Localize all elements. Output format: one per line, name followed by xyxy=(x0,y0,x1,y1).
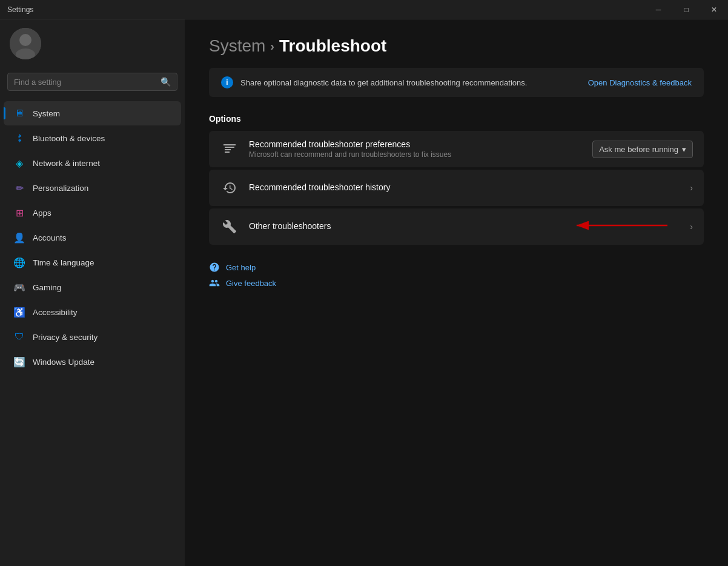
accounts-icon: 👤 xyxy=(13,231,25,244)
footer-links: Get help Give feedback xyxy=(185,247,728,303)
sidebar-item-time[interactable]: 🌐 Time & language xyxy=(4,250,181,275)
recommended-history-icon xyxy=(220,178,239,198)
info-icon: i xyxy=(221,76,233,88)
other-troubleshooters-icon xyxy=(220,217,239,236)
gaming-icon: 🎮 xyxy=(13,281,25,293)
settings-title: Settings xyxy=(7,5,33,14)
sidebar-item-label: Bluetooth & devices xyxy=(33,134,105,143)
titlebar-left: Settings xyxy=(7,5,33,14)
accessibility-icon: ♿ xyxy=(13,306,25,318)
breadcrumb: System › Troubleshoot xyxy=(209,36,704,56)
sidebar: 🔍 🖥 System Bluetooth & devices xyxy=(0,19,185,566)
sidebar-item-label: Time & language xyxy=(33,258,94,267)
sidebar-nav: 🖥 System Bluetooth & devices ◈ Network &… xyxy=(0,98,185,566)
sidebar-item-apps[interactable]: ⊞ Apps xyxy=(4,201,181,225)
time-icon: 🌐 xyxy=(13,256,25,268)
give-feedback-link[interactable]: Give feedback xyxy=(209,278,704,288)
dropdown-chevron-icon: ▾ xyxy=(682,145,686,154)
titlebar-controls: ─ □ ✕ xyxy=(644,0,728,19)
sidebar-item-gaming[interactable]: 🎮 Gaming xyxy=(4,275,181,299)
get-help-icon xyxy=(209,262,220,273)
option-text-other-troubleshooters: Other troubleshooters xyxy=(249,221,680,232)
apps-icon: ⊞ xyxy=(13,207,25,219)
breadcrumb-separator: › xyxy=(270,39,274,53)
recommended-prefs-icon xyxy=(220,139,239,159)
sidebar-item-label: Windows Update xyxy=(33,358,94,367)
option-card-recommended-history[interactable]: Recommended troubleshooter history › xyxy=(209,170,704,206)
option-right-history: › xyxy=(690,183,693,193)
sidebar-item-label: Apps xyxy=(33,208,51,218)
search-box[interactable]: 🔍 xyxy=(7,73,177,91)
option-text-recommended-history: Recommended troubleshooter history xyxy=(249,182,680,193)
titlebar: Settings ─ □ ✕ xyxy=(0,0,728,19)
breadcrumb-parent[interactable]: System xyxy=(209,36,265,56)
dropdown-text: Ask me before running xyxy=(599,145,678,154)
option-title: Recommended troubleshooter history xyxy=(249,182,680,192)
info-banner: i Share optional diagnostic data to get … xyxy=(209,68,704,97)
chevron-right-icon: › xyxy=(690,222,693,231)
breadcrumb-current: Troubleshoot xyxy=(279,36,386,56)
search-icon: 🔍 xyxy=(160,77,171,87)
main-content: System › Troubleshoot i Share optional d… xyxy=(185,19,728,566)
sidebar-item-accessibility[interactable]: ♿ Accessibility xyxy=(4,300,181,324)
section-label: Options xyxy=(185,109,728,131)
option-right: Ask me before running ▾ xyxy=(592,141,693,158)
svg-marker-3 xyxy=(19,134,21,138)
option-text-recommended-prefs: Recommended troubleshooter preferences M… xyxy=(249,139,583,159)
info-text: Share optional diagnostic data to get ad… xyxy=(240,78,527,87)
close-button[interactable]: ✕ xyxy=(700,0,728,19)
sidebar-item-update[interactable]: 🔄 Windows Update xyxy=(4,350,181,374)
bluetooth-icon xyxy=(13,132,25,144)
chevron-right-icon: › xyxy=(690,183,693,193)
options-section: Recommended troubleshooter preferences M… xyxy=(185,131,728,245)
sidebar-item-label: Accessibility xyxy=(33,308,78,317)
give-feedback-label: Give feedback xyxy=(226,279,276,288)
sidebar-item-label: Gaming xyxy=(33,283,61,292)
app-container: 🔍 🖥 System Bluetooth & devices xyxy=(0,19,728,566)
update-icon: 🔄 xyxy=(13,356,25,368)
give-feedback-icon xyxy=(209,278,220,288)
option-right-other: › xyxy=(690,222,693,231)
get-help-label: Get help xyxy=(226,263,256,272)
maximize-button[interactable]: □ xyxy=(672,0,700,19)
sidebar-item-personalization[interactable]: ✏ Personalization xyxy=(4,176,181,200)
system-icon: 🖥 xyxy=(13,107,25,119)
content-header: System › Troubleshoot xyxy=(185,19,728,68)
sidebar-item-label: Network & internet xyxy=(33,159,100,168)
sidebar-item-label: Accounts xyxy=(33,233,67,242)
sidebar-item-accounts[interactable]: 👤 Accounts xyxy=(4,225,181,250)
option-card-recommended-prefs[interactable]: Recommended troubleshooter preferences M… xyxy=(209,131,704,167)
minimize-button[interactable]: ─ xyxy=(644,0,672,19)
svg-marker-4 xyxy=(19,139,21,142)
personalization-icon: ✏ xyxy=(13,182,25,194)
search-input[interactable] xyxy=(14,78,156,87)
avatar xyxy=(10,28,41,59)
sidebar-profile xyxy=(0,19,185,68)
get-help-link[interactable]: Get help xyxy=(209,262,704,273)
sidebar-item-system[interactable]: 🖥 System xyxy=(4,101,181,125)
svg-point-1 xyxy=(19,34,31,46)
option-subtitle: Microsoft can recommend and run troubles… xyxy=(249,150,583,159)
info-banner-left: i Share optional diagnostic data to get … xyxy=(221,76,527,88)
search-container: 🔍 xyxy=(0,68,185,96)
option-card-other-troubleshooters[interactable]: Other troubleshooters › xyxy=(209,208,704,245)
sidebar-item-label: Privacy & security xyxy=(33,333,98,342)
sidebar-item-privacy[interactable]: 🛡 Privacy & security xyxy=(4,325,181,349)
network-icon: ◈ xyxy=(13,157,25,169)
privacy-icon: 🛡 xyxy=(13,331,25,343)
sidebar-item-bluetooth[interactable]: Bluetooth & devices xyxy=(4,126,181,150)
sidebar-item-label: System xyxy=(33,109,60,118)
option-title: Other troubleshooters xyxy=(249,221,680,231)
sidebar-item-network[interactable]: ◈ Network & internet xyxy=(4,151,181,175)
option-title: Recommended troubleshooter preferences xyxy=(249,139,583,149)
sidebar-item-label: Personalization xyxy=(33,184,88,193)
recommended-prefs-dropdown[interactable]: Ask me before running ▾ xyxy=(592,141,693,158)
open-diagnostics-link[interactable]: Open Diagnostics & feedback xyxy=(588,78,692,87)
